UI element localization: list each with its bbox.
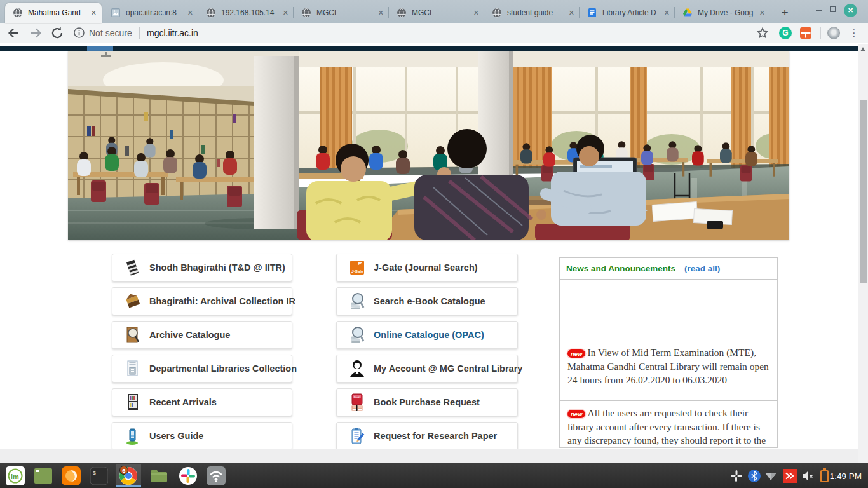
link-bhagirathi-archival[interactable]: Bhagirathi: Archival Collection IR [112,287,292,315]
slack-launcher[interactable] [175,464,201,487]
link-label: My Account @ MG Central Library [374,363,522,374]
wifi-app-icon [207,466,226,485]
battery-icon[interactable] [820,470,829,482]
link-jgate[interactable]: J-Gate J-Gate (Journal Search) [336,254,518,281]
divider [820,27,821,39]
minimize-button[interactable] [816,10,822,11]
reload-icon[interactable] [50,25,65,41]
tab-resize-extension-icon[interactable] [799,27,812,39]
link-label: Shodh Bhagirathi (T&D @ IITR) [149,262,285,273]
tab-mgcl-1[interactable]: MGCL ✕ [294,4,389,22]
close-icon[interactable]: ✕ [283,9,288,17]
close-icon[interactable]: ✕ [91,9,97,17]
scrollbar[interactable] [858,44,868,463]
browser-toolbar: Not secure mgcl.iitr.ac.in G ⋮ [0,23,868,43]
department-doc-icon [125,360,140,377]
scrollbar-thumb[interactable] [860,100,867,283]
forward-icon[interactable] [28,25,43,41]
archive-book-icon [125,292,140,310]
tab-title: Library Article D [602,8,660,17]
back-icon[interactable] [6,25,22,41]
tab-192-168[interactable]: 192.168.105.14 ✕ [198,4,294,22]
address-url[interactable]: mgcl.iitr.ac.in [147,28,198,38]
grammarly-extension-icon[interactable]: G [779,27,792,39]
svg-text:J-Gate: J-Gate [351,269,363,273]
link-label: Users Guide [149,431,203,441]
tab-my-drive[interactable]: My Drive - Goog ✕ [675,4,770,22]
chrome-taskbar-button[interactable]: 6 [116,464,141,487]
opac-search-icon [349,326,365,344]
info-icon[interactable] [74,27,85,38]
network-launcher[interactable] [203,464,229,487]
link-label: J-Gate (Journal Search) [374,262,478,273]
bookshelf-icon [125,393,140,411]
archive-search-icon [125,326,140,344]
taskbar-clock[interactable]: 1:49 PM [830,463,862,488]
firefox-icon [62,466,81,485]
network-tray-icon[interactable] [764,469,778,483]
slack-tray-icon[interactable] [729,469,743,483]
link-departmental-libraries[interactable]: Departmental Libraries Collection [112,355,292,383]
jgate-logo-icon: J-Gate [349,259,365,276]
files-launcher[interactable] [146,464,172,487]
news-panel: News and Announcements (read all) newIn … [559,257,778,448]
bookmark-star-icon[interactable] [756,27,769,39]
news-marquee: newIn View of Mid Term Examination (MTE)… [560,280,777,400]
link-users-guide[interactable]: Users Guide [112,422,292,450]
clipboard-pencil-icon [349,427,365,445]
folder-icon [150,469,168,483]
volume-muted-icon[interactable] [801,469,815,483]
link-research-paper-request[interactable]: Request for Research Paper [336,422,518,450]
close-icon[interactable]: ✕ [187,9,193,17]
close-icon[interactable]: ✕ [473,9,479,17]
terminal-icon: $_ [90,467,108,485]
mint-menu-button[interactable]: lm [3,464,28,487]
tab-student-guide[interactable]: student guide ✕ [484,4,580,22]
site-navbar-edge [0,46,868,51]
close-icon[interactable]: ✕ [664,9,670,17]
close-icon[interactable]: ✕ [569,9,574,17]
terminal-launcher[interactable]: $_ [86,464,112,487]
news-item-text: In View of Mid Term Examination (MTE), M… [567,347,769,385]
tab-title: MGCL [412,8,470,17]
thesis-stack-icon [125,259,140,276]
news-header: News and Announcements (read all) [560,258,777,280]
link-ebook-catalogue[interactable]: Search e-Book Catalogue [336,287,518,315]
tab-mgcl-2[interactable]: MGCL ✕ [389,4,484,22]
tab-mahatma-gandhi-library[interactable]: Mahatma Gand ✕ [5,3,102,23]
link-label: Online Catalogue (OPAC) [374,330,484,340]
tab-opac[interactable]: opac.iitr.ac.in:8 ✕ [103,4,198,22]
news-title: News and Announcements [566,264,675,273]
close-window-button[interactable]: ✕ [844,4,857,17]
link-opac[interactable]: Online Catalogue (OPAC) [336,321,518,349]
tab-library-article[interactable]: Library Article D ✕ [580,4,675,22]
show-desktop-button[interactable] [31,464,56,487]
close-icon[interactable]: ✕ [759,9,765,17]
firefox-launcher[interactable] [58,464,84,487]
link-recent-arrivals[interactable]: Recent Arrivals [112,388,292,416]
tab-title: opac.iitr.ac.in:8 [126,8,184,17]
svg-text:$_: $_ [93,470,99,476]
link-shodh-bhagirathi[interactable]: Shodh Bhagirathi (T&D @ IITR) [112,254,292,281]
site-navbar-active-tab [87,46,113,51]
link-label: Departmental Libraries Collection [149,363,297,374]
read-all-link[interactable]: (read all) [684,264,720,273]
globe-icon [206,8,216,18]
anydesk-tray-icon[interactable] [783,469,797,483]
link-book-purchase[interactable]: Read Book Purchase Request [336,388,518,416]
link-my-account[interactable]: My Account @ MG Central Library [336,355,518,383]
new-tab-button[interactable]: + [776,5,793,20]
svg-text:lm: lm [11,473,19,480]
drive-icon [682,8,693,18]
globe-icon [301,8,311,18]
browser-menu-icon[interactable]: ⋮ [848,27,860,39]
scrollbar-up-icon[interactable] [860,47,865,51]
link-archive-catalogue[interactable]: Archive Catalogue [112,321,292,349]
close-icon[interactable]: ✕ [378,9,384,17]
bluetooth-tray-icon[interactable] [747,469,761,483]
iitr-profile-avatar[interactable] [827,27,840,39]
maximize-button[interactable] [830,6,836,12]
book-search-icon [349,292,365,310]
tab-title: student guide [507,8,565,17]
divider [139,27,140,39]
